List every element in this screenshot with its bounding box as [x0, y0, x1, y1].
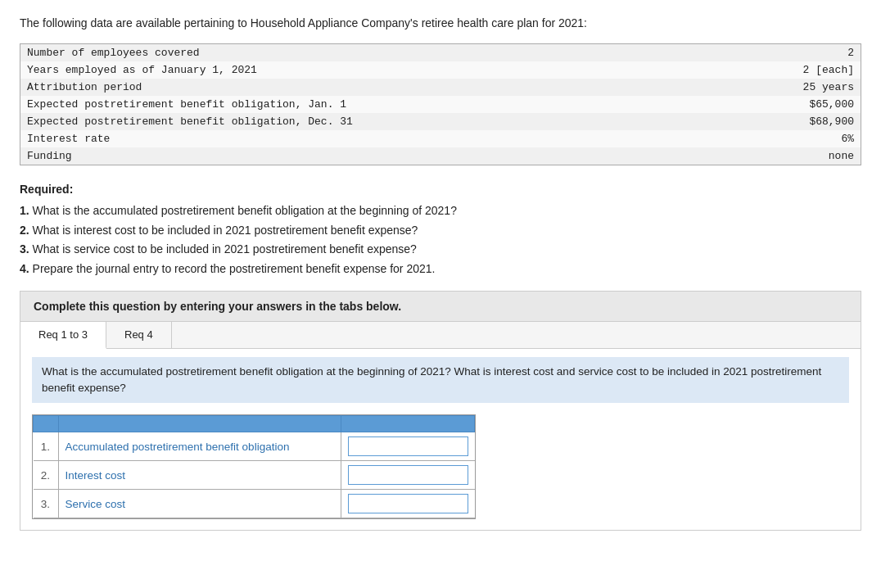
tab-description: What is the accumulated postretirement b…: [32, 357, 849, 404]
required-item-1: 1. What is the accumulated postretiremen…: [20, 201, 861, 221]
answer-row-label: Accumulated postretirement benefit oblig…: [58, 432, 341, 461]
answer-row: 2. Interest cost: [34, 461, 475, 490]
data-row: Expected postretirement benefit obligati…: [20, 96, 861, 113]
answer-row-label: Interest cost: [58, 461, 341, 490]
answer-table-header-row: [34, 416, 475, 432]
answer-input-1[interactable]: [348, 436, 468, 456]
required-section: Required: 1. What is the accumulated pos…: [20, 180, 861, 279]
answer-row-label: Service cost: [58, 490, 341, 518]
data-row-value: $68,900: [525, 113, 861, 130]
data-table-wrapper: Number of employees covered 2 Years empl…: [20, 43, 861, 165]
answer-table-wrapper: 1. Accumulated postretirement benefit ob…: [32, 414, 476, 519]
answer-header-num: [34, 416, 59, 432]
data-table: Number of employees covered 2 Years empl…: [20, 44, 861, 165]
answer-input-3[interactable]: [348, 494, 468, 513]
data-row: Years employed as of January 1, 2021 2 […: [20, 61, 861, 79]
required-item-4: 4. Prepare the journal entry to record t…: [20, 260, 861, 279]
answer-row-num: 2.: [34, 461, 59, 490]
data-row-value: 2 [each]: [525, 61, 861, 79]
data-row: Attribution period 25 years: [20, 79, 861, 96]
data-row-label: Funding: [20, 147, 525, 165]
answer-row: 3. Service cost: [34, 490, 475, 518]
answer-row: 1. Accumulated postretirement benefit ob…: [34, 432, 475, 461]
required-item-2: 2. What is interest cost to be included …: [20, 221, 861, 241]
required-item-3: 3. What is service cost to be included i…: [20, 240, 861, 260]
data-row-value: 6%: [525, 130, 861, 147]
tab-content: What is the accumulated postretirement b…: [20, 349, 861, 531]
required-title: Required:: [20, 180, 861, 200]
intro-text: The following data are available pertain…: [20, 15, 861, 32]
data-row-value: 2: [525, 44, 861, 61]
answer-header-label: [58, 416, 341, 432]
tabs-row: Req 1 to 3 Req 4: [20, 322, 861, 349]
data-row-label: Expected postretirement benefit obligati…: [20, 96, 525, 113]
data-row-label: Years employed as of January 1, 2021: [20, 61, 525, 79]
answer-row-num: 1.: [34, 432, 59, 461]
instruction-bar: Complete this question by entering your …: [20, 291, 861, 322]
answer-table: 1. Accumulated postretirement benefit ob…: [33, 415, 475, 518]
data-row-value: $65,000: [525, 96, 861, 113]
tab-req-1-3[interactable]: Req 1 to 3: [20, 322, 106, 349]
instruction-text: Complete this question by entering your …: [34, 300, 401, 313]
data-row-label: Interest rate: [20, 130, 525, 147]
data-row-label: Attribution period: [20, 79, 525, 96]
answer-row-num: 3.: [34, 490, 59, 518]
tabs-container: Req 1 to 3 Req 4 What is the accumulated…: [20, 322, 861, 531]
tab-req-4[interactable]: Req 4: [106, 322, 172, 348]
data-row: Expected postretirement benefit obligati…: [20, 113, 861, 130]
data-row: Interest rate 6%: [20, 130, 861, 147]
data-row-value: 25 years: [525, 79, 861, 96]
data-row-label: Number of employees covered: [20, 44, 525, 61]
answer-row-input-cell[interactable]: [341, 490, 475, 518]
data-row-value: none: [525, 147, 861, 165]
data-row: Number of employees covered 2: [20, 44, 861, 61]
data-row-label: Expected postretirement benefit obligati…: [20, 113, 525, 130]
answer-header-value: [341, 416, 475, 432]
answer-row-input-cell[interactable]: [341, 432, 475, 461]
data-row: Funding none: [20, 147, 861, 165]
answer-row-input-cell[interactable]: [341, 461, 475, 490]
answer-input-2[interactable]: [348, 465, 468, 485]
